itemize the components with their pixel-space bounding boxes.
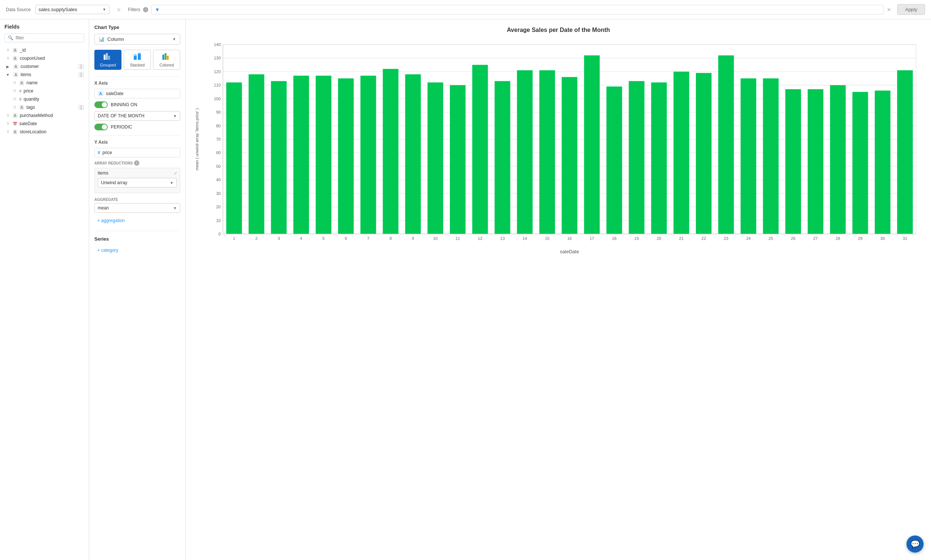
apply-button[interactable]: Apply <box>897 4 925 15</box>
field-type-icon: A <box>12 48 17 53</box>
svg-text:7: 7 <box>367 236 369 241</box>
field-item-items-quantity[interactable]: ⠿ # quantity <box>5 95 84 103</box>
clear-filter-icon[interactable]: ✕ <box>887 7 891 12</box>
svg-text:saleDate: saleDate <box>560 249 579 254</box>
periodic-toggle-row: PERIODIC <box>94 124 180 130</box>
chart-svg: 0102030405060708090100110120130140123456… <box>193 41 923 256</box>
svg-rect-3 <box>134 56 137 60</box>
svg-text:50: 50 <box>216 164 221 169</box>
svg-rect-0 <box>104 55 105 60</box>
y-axis-field-icon: # <box>98 150 100 155</box>
date-of-month-select[interactable]: DATE OF THE MONTH ▼ <box>94 111 180 121</box>
chart-area: Average Sales per Date of the Month 0102… <box>186 19 931 560</box>
svg-text:1: 1 <box>233 236 235 241</box>
expand-icon[interactable]: ▼ <box>5 73 11 77</box>
svg-rect-55 <box>383 69 398 234</box>
svg-text:27: 27 <box>813 236 818 241</box>
binning-toggle-row: BINNING ON <box>94 102 180 108</box>
filters-label: Filters <box>128 7 140 12</box>
svg-text:29: 29 <box>858 236 862 241</box>
chart-type-select[interactable]: 📊 Column ▼ <box>94 34 180 45</box>
svg-text:25: 25 <box>769 236 773 241</box>
periodic-toggle[interactable] <box>94 124 108 130</box>
svg-rect-83 <box>696 73 711 234</box>
field-item-id[interactable]: ⠿ A _id <box>5 46 84 54</box>
field-item-items-tags[interactable]: ⠿ A tags [] <box>5 103 84 111</box>
search-box[interactable]: 🔍 <box>5 34 84 42</box>
svg-rect-8 <box>165 53 166 60</box>
datasource-select[interactable]: sales.supplySales ▼ <box>35 5 109 14</box>
chart-type-label: Column <box>107 36 170 42</box>
divider <box>94 231 180 231</box>
field-name: price <box>24 88 83 94</box>
chart-title: Average Sales per Date of the Month <box>193 27 923 34</box>
colored-button[interactable]: Colored <box>153 50 180 70</box>
filters-section: Filters i ▼ ✕ <box>128 5 892 14</box>
svg-rect-93 <box>808 89 823 234</box>
chevron-down-icon: ▼ <box>170 181 174 185</box>
chat-button[interactable]: 💬 <box>906 535 923 552</box>
aggregate-select[interactable]: mean ▼ <box>94 203 180 213</box>
svg-text:6: 6 <box>345 236 347 241</box>
field-item-purchasemethod[interactable]: ⠿ A purchaseMethod <box>5 111 84 120</box>
svg-text:4: 4 <box>300 236 302 241</box>
add-series-button[interactable]: + category <box>94 245 180 255</box>
grouped-button[interactable]: Grouped <box>94 50 122 70</box>
svg-text:11: 11 <box>455 236 460 241</box>
field-item-saledate[interactable]: ⠿ 📅 saleDate <box>5 120 84 128</box>
array-item-name: items <box>98 171 108 175</box>
unwind-array-select[interactable]: Unwind array ▼ <box>98 178 177 188</box>
y-axis-field[interactable]: # price <box>94 148 180 157</box>
filters-info-icon[interactable]: i <box>143 7 148 12</box>
field-badge: [] <box>79 72 83 77</box>
chevron-down-icon: ▼ <box>173 114 177 118</box>
expand-icon[interactable]: ▶ <box>5 65 11 69</box>
svg-rect-95 <box>830 85 846 234</box>
binning-toggle[interactable] <box>94 102 108 108</box>
datasource-value: sales.supplySales <box>39 7 101 12</box>
field-item-couponused[interactable]: ⠿ A couponUsed <box>5 54 84 62</box>
field-name: purchaseMethod <box>20 113 83 118</box>
svg-rect-5 <box>138 54 141 60</box>
field-item-items-name[interactable]: ⠿ A name <box>5 79 84 87</box>
search-input[interactable] <box>15 35 81 40</box>
svg-text:22: 22 <box>701 236 706 241</box>
grouped-label: Grouped <box>100 63 116 67</box>
field-item-storelocation[interactable]: ⠿ A storeLocation <box>5 128 84 136</box>
datasource-label: Data Source <box>6 7 31 12</box>
chart-config-panel: Chart Type 📊 Column ▼ Grouped <box>89 19 186 560</box>
datasource-section: Data Source sales.supplySales ▼ <box>6 5 109 14</box>
top-bar: Data Source sales.supplySales ▼ » Filter… <box>0 0 931 19</box>
series-section: Series + category <box>94 236 180 255</box>
svg-text:20: 20 <box>657 236 661 241</box>
svg-rect-69 <box>539 70 555 234</box>
fields-list: ⠿ A _id ⠿ A couponUsed ▶ A customer {} ▼… <box>5 46 84 136</box>
field-item-items-price[interactable]: ⠿ # price <box>5 87 84 95</box>
search-icon: 🔍 <box>8 35 13 40</box>
array-reductions-title: ARRAY REDUCTIONS i <box>94 160 180 166</box>
x-axis-field[interactable]: A saleDate <box>94 89 180 98</box>
array-reductions-info-icon[interactable]: i <box>134 160 139 166</box>
svg-text:3: 3 <box>277 236 280 241</box>
separator-icon: » <box>117 6 121 13</box>
array-item-expand-icon[interactable]: ⤢ <box>174 171 177 175</box>
filter-input-area[interactable]: ▼ <box>151 5 884 14</box>
svg-rect-59 <box>428 82 443 234</box>
main-content: Fields 🔍 ⠿ A _id ⠿ A couponUsed ▶ A cu <box>0 19 931 560</box>
chevron-down-icon: ▼ <box>173 206 177 210</box>
field-item-customer[interactable]: ▶ A customer {} <box>5 62 84 71</box>
array-item-header: items ⤢ <box>98 171 177 175</box>
field-type-icon: # <box>19 97 22 102</box>
field-type-icon: A <box>12 129 17 134</box>
stacked-button[interactable]: Stacked <box>124 50 151 70</box>
chevron-down-icon: ▼ <box>173 37 176 41</box>
field-name: storeLocation <box>20 129 83 134</box>
field-item-items[interactable]: ▼ A items [] <box>5 71 84 79</box>
aggregate-title: AGGREGATE <box>94 198 180 202</box>
field-name: name <box>26 80 83 85</box>
colored-label: Colored <box>159 63 174 67</box>
svg-rect-77 <box>629 81 644 234</box>
add-aggregation-button[interactable]: + aggregation <box>94 216 180 225</box>
stacked-icon <box>133 52 142 62</box>
series-title: Series <box>94 236 180 242</box>
